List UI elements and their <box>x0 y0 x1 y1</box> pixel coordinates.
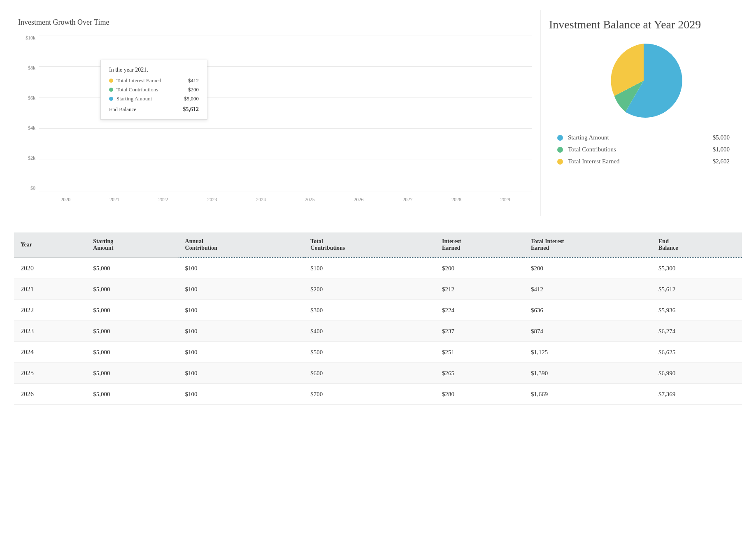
legend-row-interest: Total Interest Earned $2,602 <box>557 158 730 165</box>
table-cell: $5,000 <box>86 300 178 321</box>
pie-title-year: 2029 <box>678 18 701 31</box>
legend-dot-interest <box>557 159 563 165</box>
table-cell: $1,669 <box>524 384 652 405</box>
tooltip-dot-contributions <box>109 88 113 92</box>
table-cell: $100 <box>179 363 304 384</box>
y-label-0: $0 <box>30 185 35 191</box>
tooltip-row-interest: Total Interest Earned $412 <box>109 77 199 84</box>
table-cell: $7,369 <box>652 384 742 405</box>
legend-row-starting: Starting Amount $5,000 <box>557 134 730 141</box>
th-end-balance: EndBalance <box>652 232 742 258</box>
tooltip-row-starting: Starting Amount $5,000 <box>109 95 199 102</box>
pie-section: Investment Balance at Year 2029 <box>540 10 746 216</box>
table-cell: $5,000 <box>86 363 178 384</box>
table-cell: $200 <box>304 279 435 300</box>
table-cell: 2023 <box>14 321 86 342</box>
tooltip-dot-interest <box>109 79 113 83</box>
table-cell: 2021 <box>14 279 86 300</box>
table-cell: $6,274 <box>652 321 742 342</box>
pie-legend: Starting Amount $5,000 Total Contributio… <box>549 134 738 170</box>
y-label-4k: $4k <box>28 125 35 131</box>
table-cell: $874 <box>524 321 652 342</box>
table-cell: $6,990 <box>652 363 742 384</box>
table-cell: 2024 <box>14 342 86 363</box>
y-label-2k: $2k <box>28 155 35 161</box>
y-label-6k: $6k <box>28 95 35 101</box>
y-axis: $10k $8k $6k $4k $2k $0 <box>18 35 39 191</box>
x-labels: 2020202120222023202420252026202720282029 <box>39 191 532 208</box>
table-cell: $700 <box>304 384 435 405</box>
legend-row-contributions: Total Contributions $1,000 <box>557 146 730 153</box>
table-cell: $5,000 <box>86 342 178 363</box>
bar-chart-section: Investment Growth Over Time $10k $8k $6k… <box>10 10 540 216</box>
table-row: 2022$5,000$100$300$224$636$5,936 <box>14 300 742 321</box>
table-cell: 2025 <box>14 363 86 384</box>
table-cell: 2022 <box>14 300 86 321</box>
table-cell: $6,625 <box>652 342 742 363</box>
table-cell: $5,936 <box>652 300 742 321</box>
tooltip-end-balance: End Balance $5,612 <box>109 105 199 113</box>
y-label-10k: $10k <box>26 35 35 41</box>
data-table: Year StartingAmount AnnualContribution T… <box>14 232 742 405</box>
table-row: 2024$5,000$100$500$251$1,125$6,625 <box>14 342 742 363</box>
table-cell: 2020 <box>14 258 86 279</box>
tooltip-label-starting: Starting Amount <box>116 95 181 102</box>
y-label-8k: $8k <box>28 65 35 71</box>
x-label-2026: 2026 <box>336 197 381 203</box>
table-cell: $5,000 <box>86 279 178 300</box>
table-cell: $200 <box>524 258 652 279</box>
th-interest-earned: InterestEarned <box>435 232 524 258</box>
table-cell: $100 <box>179 258 304 279</box>
table-cell: $100 <box>179 384 304 405</box>
table-cell: $237 <box>435 321 524 342</box>
table-cell: $280 <box>435 384 524 405</box>
chart-tooltip: In the year 2021, Total Interest Earned … <box>100 60 207 120</box>
tooltip-end-balance-label: End Balance <box>109 106 136 113</box>
table-cell: $200 <box>435 258 524 279</box>
table-cell: $5,300 <box>652 258 742 279</box>
table-cell: $5,000 <box>86 258 178 279</box>
table-cell: $212 <box>435 279 524 300</box>
table-cell: $251 <box>435 342 524 363</box>
table-row: 2023$5,000$100$400$237$874$6,274 <box>14 321 742 342</box>
bar-chart-container: $10k $8k $6k $4k $2k $0 <box>18 35 532 208</box>
table-cell: $300 <box>304 300 435 321</box>
table-cell: $100 <box>304 258 435 279</box>
tooltip-end-balance-value: $5,612 <box>183 106 199 113</box>
legend-dot-contributions <box>557 147 563 153</box>
header-row: Year StartingAmount AnnualContribution T… <box>14 232 742 258</box>
pie-chart-svg <box>602 39 685 122</box>
table-body: 2020$5,000$100$100$200$200$5,3002021$5,0… <box>14 258 742 405</box>
table-cell: $1,390 <box>524 363 652 384</box>
table-row: 2026$5,000$100$700$280$1,669$7,369 <box>14 384 742 405</box>
table-cell: $400 <box>304 321 435 342</box>
table-cell: $100 <box>179 342 304 363</box>
table-cell: $100 <box>179 300 304 321</box>
table-row: 2021$5,000$100$200$212$412$5,612 <box>14 279 742 300</box>
th-year: Year <box>14 232 86 258</box>
table-cell: $500 <box>304 342 435 363</box>
pie-container: Starting Amount $5,000 Total Contributio… <box>549 39 738 170</box>
table-cell: $5,612 <box>652 279 742 300</box>
legend-dot-starting <box>557 135 563 141</box>
table-row: 2025$5,000$100$600$265$1,390$6,990 <box>14 363 742 384</box>
pie-title-text: Investment Balance at Year <box>549 18 678 31</box>
legend-value-interest: $2,602 <box>713 158 730 165</box>
x-label-2029: 2029 <box>482 197 528 203</box>
table-cell: $5,000 <box>86 384 178 405</box>
main-container: Investment Growth Over Time $10k $8k $6k… <box>0 0 756 415</box>
x-label-2021: 2021 <box>92 197 137 203</box>
x-label-2024: 2024 <box>238 197 284 203</box>
tooltip-year: In the year 2021, <box>109 67 199 73</box>
th-total-contributions: TotalContributions <box>304 232 435 258</box>
table-row: 2020$5,000$100$100$200$200$5,300 <box>14 258 742 279</box>
table-cell: 2026 <box>14 384 86 405</box>
x-label-2022: 2022 <box>140 197 186 203</box>
table-section: Year StartingAmount AnnualContribution T… <box>10 232 746 405</box>
x-label-2025: 2025 <box>287 197 333 203</box>
table-cell: $224 <box>435 300 524 321</box>
legend-value-contributions: $1,000 <box>713 146 730 153</box>
table-cell: $636 <box>524 300 652 321</box>
th-annual-contribution: AnnualContribution <box>179 232 304 258</box>
charts-row: Investment Growth Over Time $10k $8k $6k… <box>10 10 746 216</box>
